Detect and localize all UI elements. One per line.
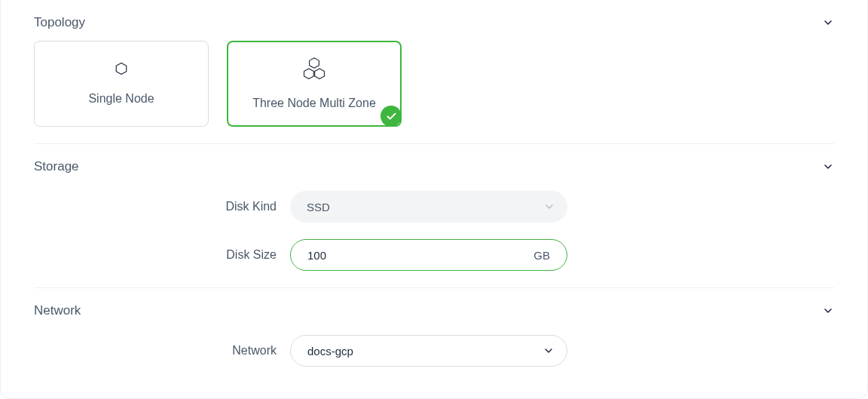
storage-header[interactable]: Storage <box>34 159 834 174</box>
chevron-down-icon <box>822 305 834 317</box>
disk-size-input[interactable] <box>307 249 526 262</box>
disk-size-label: Disk Size <box>34 248 290 262</box>
network-section: Network Network docs-gcp <box>34 288 834 367</box>
network-header[interactable]: Network <box>34 303 834 318</box>
svg-marker-3 <box>315 69 325 78</box>
svg-marker-0 <box>116 63 127 75</box>
chevron-down-icon <box>822 161 834 173</box>
svg-marker-1 <box>310 58 319 68</box>
disk-size-row: Disk Size GB <box>34 239 834 271</box>
disk-size-field: GB <box>290 239 567 271</box>
network-label: Network <box>34 344 290 358</box>
topology-option-label: Single Node <box>88 92 154 106</box>
topology-title: Topology <box>34 15 85 30</box>
disk-kind-label: Disk Kind <box>34 200 290 213</box>
network-row: Network docs-gcp <box>34 335 834 367</box>
storage-section: Storage Disk Kind SSD Disk Size <box>34 144 834 288</box>
config-card: Topology Single Node <box>0 0 868 399</box>
disk-size-unit: GB <box>526 249 550 262</box>
disk-kind-select[interactable]: SSD <box>290 191 567 223</box>
topology-option-label: Three Node Multi Zone <box>252 97 376 110</box>
chevron-down-icon <box>543 201 555 213</box>
network-value: docs-gcp <box>307 345 353 358</box>
chevron-down-icon <box>542 345 555 357</box>
hexagon-cluster-icon <box>301 57 327 80</box>
network-select[interactable]: docs-gcp <box>290 335 567 367</box>
hexagon-icon <box>115 62 128 75</box>
storage-title: Storage <box>34 159 79 174</box>
topology-section: Topology Single Node <box>34 0 834 144</box>
topology-options: Single Node Three Node Multi Zone <box>34 41 834 127</box>
disk-kind-row: Disk Kind SSD <box>34 191 834 223</box>
chevron-down-icon <box>822 17 834 29</box>
topology-option-three-node-multi-zone[interactable]: Three Node Multi Zone <box>227 41 402 127</box>
network-title: Network <box>34 303 81 318</box>
disk-kind-value: SSD <box>307 201 330 213</box>
selected-check-icon <box>381 106 402 127</box>
topology-option-single-node[interactable]: Single Node <box>34 41 209 127</box>
topology-header[interactable]: Topology <box>34 15 834 30</box>
svg-marker-2 <box>304 69 314 78</box>
